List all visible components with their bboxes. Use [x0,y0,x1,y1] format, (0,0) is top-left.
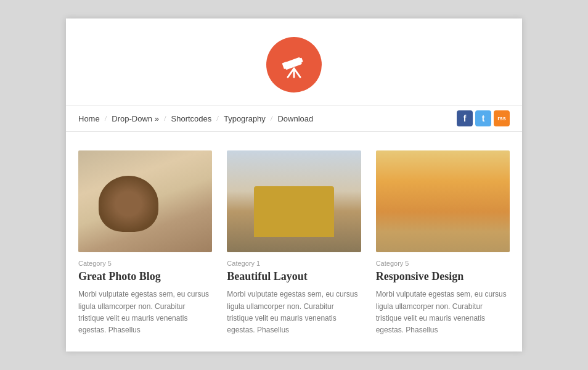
post-image-1[interactable] [78,150,212,252]
post-category-2: Category 1 [227,260,361,267]
nav-sep-2: / [164,113,166,123]
site-logo[interactable] [266,37,322,92]
nav-links: Home / Drop-Down » / Shortcodes / Typogr… [78,113,313,123]
nav-item-home[interactable]: Home [78,114,100,123]
post-card-1: Category 5 Great Photo Blog Morbi vulput… [78,150,212,336]
post-title-2[interactable]: Beautiful Layout [227,269,361,284]
post-title-3[interactable]: Responsive Design [376,269,510,284]
nav-sep-4: / [271,113,273,123]
nav-sep-3: / [216,113,219,123]
site-nav: Home / Drop-Down » / Shortcodes / Typogr… [66,105,522,132]
rss-icon[interactable]: rss [494,110,510,126]
post-title-1[interactable]: Great Photo Blog [78,269,212,284]
nav-sep-1: / [105,113,107,123]
nav-item-shortcodes[interactable]: Shortcodes [171,114,212,123]
facebook-icon[interactable]: f [457,110,473,126]
twitter-icon[interactable]: t [475,110,491,126]
site-header [66,18,522,105]
post-category-3: Category 5 [376,260,510,267]
social-icons: f t rss [457,110,510,126]
post-excerpt-3: Morbi vulputate egestas sem, eu cursus l… [376,289,510,336]
post-excerpt-2: Morbi vulputate egestas sem, eu cursus l… [227,289,361,336]
post-category-1: Category 5 [78,260,212,267]
post-image-3[interactable] [376,150,510,252]
nav-item-dropdown[interactable]: Drop-Down » [112,114,159,123]
nav-item-typography[interactable]: Typography [224,114,266,123]
post-card-2: Category 1 Beautiful Layout Morbi vulput… [227,150,361,336]
site-container: Home / Drop-Down » / Shortcodes / Typogr… [66,18,522,352]
nav-item-download[interactable]: Download [277,114,313,123]
post-excerpt-1: Morbi vulputate egestas sem, eu cursus l… [78,289,212,336]
logo-icon [278,49,310,81]
post-image-2[interactable] [227,150,361,252]
content-area: Category 5 Great Photo Blog Morbi vulput… [66,132,522,348]
posts-grid: Category 5 Great Photo Blog Morbi vulput… [78,150,510,336]
post-card-3: Category 5 Responsive Design Morbi vulpu… [376,150,510,336]
